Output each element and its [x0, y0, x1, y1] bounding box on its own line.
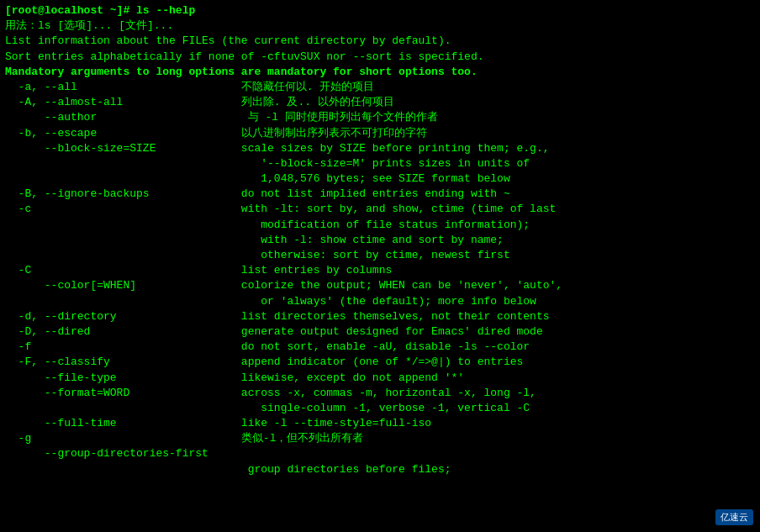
terminal-line-l22: -d, --directory list directories themsel…: [5, 309, 755, 324]
terminal-line-l4: Sort entries alphabetically if none of -…: [5, 50, 755, 65]
terminal-line-l12: '--block-size=M' prints sizes in units o…: [5, 156, 755, 171]
terminal-line-l3: List information about the FILEs (the cu…: [5, 34, 755, 49]
terminal-line-l8: -A, --almost-all 列出除. 及.. 以外的任何项目: [5, 95, 755, 110]
terminal-line-l19: -C list entries by columns: [5, 263, 755, 278]
terminal-line-l31: --group-directories-first: [5, 446, 755, 461]
terminal-line-l15: -c with -lt: sort by, and show, ctime (t…: [5, 202, 755, 217]
terminal-window: [root@localhost ~]# ls --help用法：ls [选项].…: [0, 0, 760, 532]
terminal-line-l11: --block-size=SIZE scale sizes by SIZE be…: [5, 141, 755, 156]
terminal-line-l29: --full-time like -l --time-style=full-is…: [5, 416, 755, 431]
terminal-line-l24: -f do not sort, enable -aU, disable -ls …: [5, 340, 755, 355]
terminal-line-l32: group directories before files;: [5, 462, 755, 477]
terminal-line-l25: -F, --classify append indicator (one of …: [5, 355, 755, 370]
terminal-line-l26: --file-type likewise, except do not appe…: [5, 371, 755, 386]
terminal-line-l14: -B, --ignore-backups do not list implied…: [5, 187, 755, 202]
terminal-line-l17: with -l: show ctime and sort by name;: [5, 233, 755, 248]
terminal-line-l28: single-column -1, verbose -1, vertical -…: [5, 401, 755, 416]
terminal-line-l18: otherwise: sort by ctime, newest first: [5, 248, 755, 263]
watermark: 亿速云: [715, 509, 753, 525]
terminal-line-l16: modification of file status information)…: [5, 218, 755, 233]
terminal-line-l27: --format=WORD across -x, commas -m, hori…: [5, 386, 755, 401]
terminal-line-l10: -b, --escape 以八进制制出序列表示不可打印的字符: [5, 126, 755, 141]
terminal-line-l23: -D, --dired generate output designed for…: [5, 324, 755, 340]
terminal-line-l6: Mandatory arguments to long options are …: [5, 65, 755, 80]
terminal-line-l2: 用法：ls [选项]... [文件]...: [5, 18, 755, 34]
terminal-output: [root@localhost ~]# ls --help用法：ls [选项].…: [5, 3, 755, 477]
terminal-line-l30: -g 类似-l，但不列出所有者: [5, 431, 755, 446]
terminal-line-l9: --author 与 -l 同时使用时列出每个文件的作者: [5, 110, 755, 125]
terminal-line-l20: --color[=WHEN] colorize the output; WHEN…: [5, 278, 755, 293]
terminal-line-l7: -a, --all 不隐藏任何以. 开始的项目: [5, 80, 755, 95]
terminal-line-l21: or 'always' (the default); more info bel…: [5, 294, 755, 309]
terminal-line-l1: [root@localhost ~]# ls --help: [5, 3, 755, 18]
terminal-line-l13: 1,048,576 bytes; see SIZE format below: [5, 171, 755, 187]
